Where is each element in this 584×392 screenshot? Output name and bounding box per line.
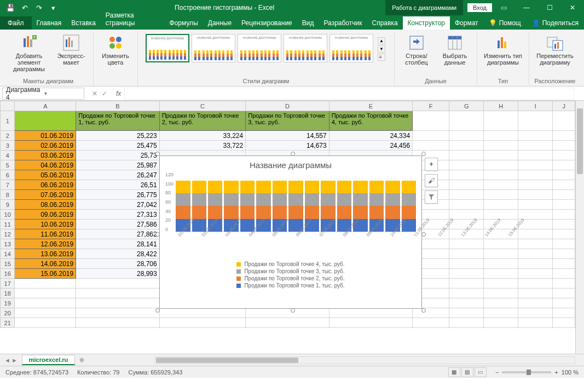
row-header[interactable]: 8 — [1, 190, 15, 200]
tab-вид[interactable]: Вид — [297, 16, 319, 30]
data-cell[interactable]: 27,586 — [76, 220, 159, 229]
tab-данные[interactable]: Данные — [203, 16, 236, 30]
zoom-control[interactable]: − + 100 % — [495, 369, 579, 376]
chart-style-thumb[interactable]: НАЗВАНИЕ ДИАГРАММЫ — [146, 34, 189, 62]
sheet-next-icon[interactable]: ► — [11, 357, 18, 364]
cancel-formula-icon[interactable]: ✕ — [92, 90, 97, 97]
worksheet-grid[interactable]: ABCDEFGHIJ1Продажи по Торговой точке 1, … — [0, 101, 575, 354]
gallery-expand-icon[interactable]: ≡ — [378, 54, 385, 61]
data-cell[interactable]: 33,722 — [159, 141, 246, 151]
save-icon[interactable]: 💾 — [4, 2, 16, 14]
tab-формулы[interactable]: Формулы — [165, 16, 203, 30]
date-cell[interactable]: 13.06.2019 — [15, 249, 76, 259]
chart-elements-button[interactable]: + — [425, 158, 438, 171]
tab-рецензирование[interactable]: Рецензирование — [236, 16, 297, 30]
row-header[interactable]: 21 — [1, 318, 15, 328]
vertical-scrollbar[interactable] — [575, 101, 584, 354]
zoom-out-icon[interactable]: − — [495, 369, 499, 376]
date-cell[interactable]: 08.06.2019 — [15, 200, 76, 210]
date-cell[interactable]: 15.06.2019 — [15, 269, 76, 279]
chart-legend[interactable]: Продажи по Торговой точке 4, тыс. руб.Пр… — [160, 256, 421, 289]
quick-layout-button[interactable]: Экспресс-макет — [54, 33, 89, 67]
date-cell[interactable]: 14.06.2019 — [15, 259, 76, 269]
row-header[interactable]: 6 — [1, 170, 15, 180]
chevron-down-icon[interactable]: ▼ — [378, 45, 385, 53]
data-cell[interactable]: 26,775 — [76, 190, 159, 200]
row-header[interactable]: 18 — [1, 289, 15, 298]
data-cell[interactable]: 26,51 — [76, 180, 159, 190]
data-cell[interactable]: 14,673 — [246, 141, 329, 151]
row-header[interactable]: 7 — [1, 180, 15, 190]
data-cell[interactable]: 27,313 — [76, 210, 159, 220]
row-header[interactable]: 17 — [1, 279, 15, 289]
fx-icon[interactable]: fx — [113, 90, 124, 97]
change-chart-type-button[interactable]: Изменить тип диаграммы — [482, 33, 524, 67]
date-cell[interactable]: 03.06.2019 — [15, 151, 76, 160]
change-colors-button[interactable]: Изменить цвета — [98, 33, 133, 67]
data-cell[interactable]: 28,993 — [76, 269, 159, 279]
chart-style-thumb[interactable]: НАЗВАНИЕ ДИАГРАММЫ — [238, 34, 281, 62]
tab-главная[interactable]: Главная — [32, 16, 67, 30]
redo-icon[interactable]: ↷ — [33, 2, 45, 14]
row-header[interactable]: 10 — [1, 210, 15, 220]
row-header[interactable]: 20 — [1, 308, 15, 318]
normal-view-icon[interactable]: ▦ — [448, 367, 460, 377]
row-header[interactable]: 2 — [1, 131, 15, 141]
move-chart-button[interactable]: Переместить диаграмму — [534, 33, 576, 67]
data-cell[interactable]: 25,223 — [76, 131, 159, 141]
data-cell[interactable]: 25,987 — [76, 160, 159, 170]
data-cell[interactable]: 24,456 — [329, 141, 412, 151]
row-header[interactable]: 3 — [1, 141, 15, 151]
tab-вставка[interactable]: Вставка — [66, 16, 101, 30]
row-header[interactable]: 14 — [1, 249, 15, 259]
data-cell[interactable]: 25,73 — [76, 151, 159, 160]
data-cell[interactable]: 28,141 — [76, 239, 159, 249]
date-cell[interactable]: 06.06.2019 — [15, 180, 76, 190]
table-header-cell[interactable]: Продажи по Торговой точке 3, тыс. руб. — [246, 111, 329, 131]
chart-style-thumb[interactable]: НАЗВАНИЕ ДИАГРАММЫ — [192, 34, 235, 62]
date-cell[interactable]: 11.06.2019 — [15, 229, 76, 239]
undo-icon[interactable]: ↶ — [19, 2, 31, 14]
row-header[interactable]: 16 — [1, 269, 15, 279]
zoom-level[interactable]: 100 % — [562, 369, 579, 376]
select-all-cell[interactable] — [1, 101, 15, 111]
row-header[interactable]: 19 — [1, 298, 15, 308]
date-cell[interactable]: 01.06.2019 — [15, 131, 76, 141]
data-cell[interactable]: 14,557 — [246, 131, 329, 141]
page-layout-view-icon[interactable]: ▤ — [461, 367, 473, 377]
row-header[interactable]: 15 — [1, 259, 15, 269]
chart-object[interactable]: Название диаграммы 120100806040200 01.06… — [159, 155, 422, 309]
zoom-in-icon[interactable]: + — [554, 369, 558, 376]
tab-конструктор[interactable]: Конструктор — [403, 16, 450, 30]
table-header-cell[interactable]: Продажи по Торговой точке 4, тыс. руб. — [329, 111, 412, 131]
column-header[interactable]: G — [449, 101, 484, 111]
formula-input[interactable] — [124, 88, 574, 100]
tell-me[interactable]: 💡Помощ — [483, 16, 527, 30]
switch-row-column-button[interactable]: Строка/столбец — [399, 33, 434, 67]
gallery-spinner[interactable]: ▲ ▼ ≡ — [377, 33, 386, 65]
chart-styles-button[interactable]: 🖌 — [425, 174, 438, 187]
tab-разработчик[interactable]: Разработчик — [319, 16, 367, 30]
sheet-tab[interactable]: microexcel.ru — [22, 355, 76, 365]
column-header[interactable]: H — [484, 101, 518, 111]
legend-item[interactable]: Продажи по Торговой точке 1, тыс. руб. — [160, 282, 421, 289]
login-button[interactable]: Вход — [467, 3, 492, 12]
date-cell[interactable]: 12.06.2019 — [15, 239, 76, 249]
tab-file[interactable]: Файл — [0, 16, 32, 30]
row-header[interactable]: 11 — [1, 220, 15, 229]
page-break-view-icon[interactable]: ▭ — [475, 367, 487, 377]
table-header-cell[interactable]: Продажи по Торговой точке 2, тыс. руб. — [159, 111, 246, 131]
column-header[interactable]: C — [159, 101, 246, 111]
data-cell[interactable]: 27,862 — [76, 229, 159, 239]
date-cell[interactable]: 10.06.2019 — [15, 220, 76, 229]
tab-формат[interactable]: Формат — [450, 16, 483, 30]
date-cell[interactable]: 09.06.2019 — [15, 210, 76, 220]
ribbon-options-icon[interactable]: ▭ — [492, 0, 515, 15]
row-header[interactable]: 12 — [1, 229, 15, 239]
data-cell[interactable]: 26,247 — [76, 170, 159, 180]
select-data-button[interactable]: Выбрать данные — [437, 33, 472, 67]
data-cell[interactable]: 28,422 — [76, 249, 159, 259]
date-cell[interactable]: 05.06.2019 — [15, 170, 76, 180]
data-cell[interactable]: 25,475 — [76, 141, 159, 151]
chevron-up-icon[interactable]: ▲ — [378, 37, 385, 44]
